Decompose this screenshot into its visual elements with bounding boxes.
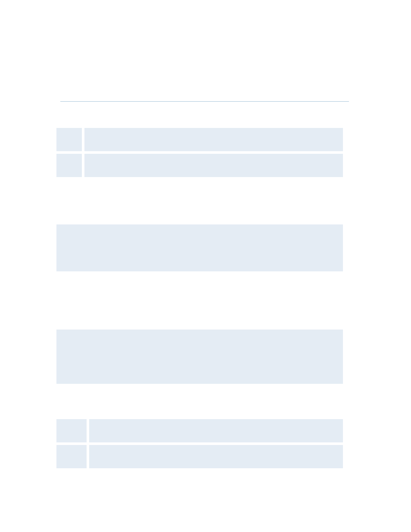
section4-row2-left bbox=[56, 445, 87, 468]
section4-row2-right bbox=[89, 445, 343, 468]
section2-block bbox=[56, 224, 343, 271]
section1-row2-left bbox=[56, 154, 82, 177]
section4-row1-right bbox=[89, 419, 343, 442]
section3-block bbox=[56, 330, 343, 384]
divider bbox=[60, 101, 349, 102]
section4-row1-left bbox=[56, 419, 87, 442]
section1-row1-left bbox=[56, 128, 82, 151]
section1-row2-right bbox=[84, 154, 343, 177]
section1-row1-right bbox=[84, 128, 343, 151]
page bbox=[0, 0, 411, 532]
